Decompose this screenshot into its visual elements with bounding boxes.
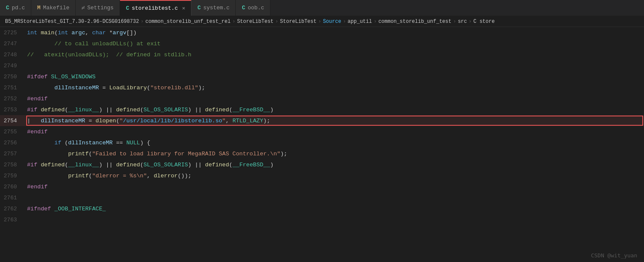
code-line-2748: 2748 // atexit(unloadDLLs); // defined i… — [0, 49, 644, 60]
code-line-2758: 2758 #if defined(__linux__) || defined(S… — [0, 159, 644, 170]
code-line-2762: 2762 #ifndef _OOB_INTERFACE_ — [0, 203, 644, 214]
code-line-2763: 2763 — [0, 214, 644, 225]
line-content: printf("Failed to load library for MegaR… — [25, 151, 644, 157]
line-content: #ifndef _OOB_INTERFACE_ — [25, 206, 644, 212]
line-number: 2763 — [0, 217, 25, 223]
c-icon: C — [242, 5, 245, 11]
tab-bar: C pd.c M Makefile ≓ Settings C storelibt… — [0, 0, 644, 16]
tab-storelibtest[interactable]: C storelibtest.c ✕ — [120, 0, 191, 16]
line-number: 2753 — [0, 107, 25, 113]
line-number: 2761 — [0, 195, 25, 201]
line-content: if (dllInstanceMR == NULL) { — [25, 140, 644, 146]
line-content: dllInstanceMR = LoadLibrary("storelib.dl… — [25, 85, 644, 91]
line-number: 2755 — [0, 129, 25, 135]
tab-makefile[interactable]: M Makefile — [31, 0, 76, 16]
line-number: 2760 — [0, 184, 25, 190]
tab-label: system.c — [203, 5, 229, 11]
code-line-2753: 2753 #if defined(__linux__) || defined(S… — [0, 104, 644, 115]
code-line-2755: 2755 #endif — [0, 126, 644, 137]
code-line-2757: 2757 printf("Failed to load library for … — [0, 148, 644, 159]
code-line-2749: 2749 — [0, 60, 644, 71]
tab-settings[interactable]: ≓ Settings — [76, 0, 120, 16]
code-line-2751: 2751 dllInstanceMR = LoadLibrary("storel… — [0, 82, 644, 93]
line-number: 2762 — [0, 206, 25, 212]
c-icon: C — [6, 5, 9, 11]
tab-label: Settings — [87, 5, 114, 11]
line-number: 2754 — [0, 118, 25, 124]
code-line-2754: 2754 | dllInstanceMR = dlopen("/usr/loca… — [0, 115, 644, 126]
code-line-2761: 2761 — [0, 192, 644, 203]
m-icon: M — [37, 5, 41, 11]
c-icon: C — [126, 5, 129, 11]
tab-label: Makefile — [43, 5, 69, 11]
code-line-2750: 2750 #ifdef SL_OS_WINDOWS — [0, 71, 644, 82]
line-content: // atexit(unloadDLLs); // defined in std… — [25, 52, 644, 58]
code-line-2759: 2759 printf("dlerror = %s\n", dlerror())… — [0, 170, 644, 181]
tab-label: oob.c — [248, 5, 264, 11]
line-content: #endif — [25, 96, 644, 102]
tab-label: storelibtest.c — [132, 5, 178, 11]
line-content: // to call unloadDLLs() at exit — [25, 41, 644, 47]
line-number: 2758 — [0, 162, 25, 168]
tab-pd[interactable]: C pd.c — [0, 0, 31, 16]
line-number: 2756 — [0, 140, 25, 146]
code-line-2760: 2760 #endif — [0, 181, 644, 192]
code-line-2725: 2725 int main(int argc, char *argv[]) — [0, 27, 644, 38]
line-number: 2757 — [0, 151, 25, 157]
watermark: CSDN @wit_yuan — [591, 252, 637, 259]
line-content: #if defined(__linux__) || defined(SL_OS_… — [25, 107, 644, 113]
line-number: 2747 — [0, 41, 25, 47]
code-line-2752: 2752 #endif — [0, 93, 644, 104]
tab-system[interactable]: C system.c — [191, 0, 236, 16]
line-content: #endif — [25, 129, 644, 135]
tab-close-icon[interactable]: ✕ — [182, 5, 185, 11]
line-number: 2748 — [0, 52, 25, 58]
line-number: 2759 — [0, 173, 25, 179]
line-content: #if defined(__linux__) || defined(SL_OS_… — [25, 162, 644, 168]
code-area: 2725 int main(int argc, char *argv[]) 27… — [0, 27, 644, 262]
line-number: 2725 — [0, 30, 25, 36]
tab-label: pd.c — [12, 5, 25, 11]
line-content: #ifdef SL_OS_WINDOWS — [25, 74, 644, 80]
line-content: int main(int argc, char *argv[]) — [25, 30, 644, 36]
line-content: | dllInstanceMR = dlopen("/usr/local/lib… — [25, 118, 644, 124]
code-line-2747: 2747 // to call unloadDLLs() at exit — [0, 38, 644, 49]
line-content: printf("dlerror = %s\n", dlerror()); — [25, 173, 644, 179]
breadcrumb: B5_MRStoreLibTest_GIT_7.30-2.96-DCSG0169… — [0, 16, 644, 27]
tab-oob[interactable]: C oob.c — [236, 0, 270, 16]
line-number: 2749 — [0, 63, 25, 69]
line-number: 2751 — [0, 85, 25, 91]
settings-icon: ≓ — [82, 5, 85, 11]
code-line-2756: 2756 if (dllInstanceMR == NULL) { — [0, 137, 644, 148]
line-number: 2752 — [0, 96, 25, 102]
line-content: #endif — [25, 184, 644, 190]
line-number: 2750 — [0, 74, 25, 80]
c-icon: C — [197, 5, 201, 11]
